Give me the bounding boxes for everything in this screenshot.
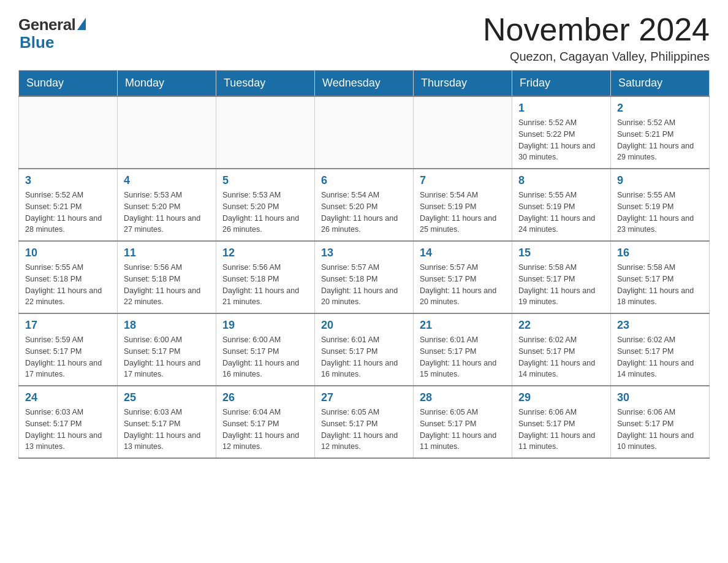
day-number: 21 bbox=[420, 319, 506, 332]
calendar-cell bbox=[118, 96, 216, 169]
day-number: 3 bbox=[25, 174, 111, 187]
day-info: Sunrise: 6:01 AM Sunset: 5:17 PM Dayligh… bbox=[321, 334, 407, 380]
calendar-cell: 17Sunrise: 5:59 AM Sunset: 5:17 PM Dayli… bbox=[19, 313, 118, 386]
calendar-cell: 24Sunrise: 6:03 AM Sunset: 5:17 PM Dayli… bbox=[19, 386, 118, 458]
calendar-cell: 16Sunrise: 5:58 AM Sunset: 5:17 PM Dayli… bbox=[611, 241, 710, 313]
day-info: Sunrise: 6:01 AM Sunset: 5:17 PM Dayligh… bbox=[420, 334, 506, 380]
day-info: Sunrise: 6:06 AM Sunset: 5:17 PM Dayligh… bbox=[617, 407, 703, 453]
day-number: 15 bbox=[518, 247, 604, 259]
day-info: Sunrise: 6:06 AM Sunset: 5:17 PM Dayligh… bbox=[518, 407, 604, 453]
day-info: Sunrise: 6:04 AM Sunset: 5:17 PM Dayligh… bbox=[222, 407, 308, 453]
day-number: 17 bbox=[25, 319, 111, 332]
calendar-cell: 7Sunrise: 5:54 AM Sunset: 5:19 PM Daylig… bbox=[414, 169, 512, 241]
calendar-cell: 27Sunrise: 6:05 AM Sunset: 5:17 PM Dayli… bbox=[315, 386, 414, 458]
calendar-cell: 28Sunrise: 6:05 AM Sunset: 5:17 PM Dayli… bbox=[414, 386, 512, 458]
logo: General Blue bbox=[18, 12, 86, 52]
day-info: Sunrise: 5:55 AM Sunset: 5:19 PM Dayligh… bbox=[518, 190, 604, 236]
calendar-cell: 9Sunrise: 5:55 AM Sunset: 5:19 PM Daylig… bbox=[611, 169, 710, 241]
day-info: Sunrise: 5:58 AM Sunset: 5:17 PM Dayligh… bbox=[617, 262, 703, 308]
day-info: Sunrise: 5:56 AM Sunset: 5:18 PM Dayligh… bbox=[124, 262, 210, 308]
day-number: 8 bbox=[518, 174, 604, 187]
day-number: 25 bbox=[124, 391, 210, 404]
calendar-cell: 2Sunrise: 5:52 AM Sunset: 5:21 PM Daylig… bbox=[611, 96, 710, 169]
logo-general-text: General bbox=[18, 15, 75, 34]
day-info: Sunrise: 6:03 AM Sunset: 5:17 PM Dayligh… bbox=[124, 407, 210, 453]
day-number: 14 bbox=[420, 247, 506, 259]
day-number: 20 bbox=[321, 319, 407, 332]
calendar-week-3: 10Sunrise: 5:55 AM Sunset: 5:18 PM Dayli… bbox=[19, 241, 710, 313]
day-number: 30 bbox=[617, 391, 703, 404]
weekday-header-wednesday: Wednesday bbox=[315, 71, 414, 97]
day-number: 11 bbox=[124, 247, 210, 259]
logo-triangle-icon bbox=[77, 18, 86, 30]
calendar-cell: 18Sunrise: 6:00 AM Sunset: 5:17 PM Dayli… bbox=[118, 313, 216, 386]
day-info: Sunrise: 5:52 AM Sunset: 5:22 PM Dayligh… bbox=[518, 117, 604, 163]
day-info: Sunrise: 5:59 AM Sunset: 5:17 PM Dayligh… bbox=[25, 334, 111, 380]
day-info: Sunrise: 5:54 AM Sunset: 5:20 PM Dayligh… bbox=[321, 190, 407, 236]
weekday-header-saturday: Saturday bbox=[611, 71, 710, 97]
calendar-cell: 23Sunrise: 6:02 AM Sunset: 5:17 PM Dayli… bbox=[611, 313, 710, 386]
day-info: Sunrise: 6:00 AM Sunset: 5:17 PM Dayligh… bbox=[124, 334, 210, 380]
day-number: 5 bbox=[222, 174, 308, 187]
calendar-cell: 30Sunrise: 6:06 AM Sunset: 5:17 PM Dayli… bbox=[611, 386, 710, 458]
month-title: November 2024 bbox=[483, 12, 710, 47]
location-title: Quezon, Cagayan Valley, Philippines bbox=[483, 50, 710, 64]
day-info: Sunrise: 5:57 AM Sunset: 5:17 PM Dayligh… bbox=[420, 262, 506, 308]
calendar-header-row: SundayMondayTuesdayWednesdayThursdayFrid… bbox=[19, 71, 710, 97]
calendar-cell: 22Sunrise: 6:02 AM Sunset: 5:17 PM Dayli… bbox=[512, 313, 611, 386]
weekday-header-sunday: Sunday bbox=[19, 71, 118, 97]
calendar-cell: 3Sunrise: 5:52 AM Sunset: 5:21 PM Daylig… bbox=[19, 169, 118, 241]
day-number: 29 bbox=[518, 391, 604, 404]
calendar-cell: 10Sunrise: 5:55 AM Sunset: 5:18 PM Dayli… bbox=[19, 241, 118, 313]
weekday-header-friday: Friday bbox=[512, 71, 611, 97]
calendar-cell: 19Sunrise: 6:00 AM Sunset: 5:17 PM Dayli… bbox=[216, 313, 315, 386]
calendar-cell bbox=[414, 96, 512, 169]
weekday-header-monday: Monday bbox=[118, 71, 216, 97]
calendar-table: SundayMondayTuesdayWednesdayThursdayFrid… bbox=[18, 70, 710, 459]
day-info: Sunrise: 6:05 AM Sunset: 5:17 PM Dayligh… bbox=[321, 407, 407, 453]
calendar-cell: 11Sunrise: 5:56 AM Sunset: 5:18 PM Dayli… bbox=[118, 241, 216, 313]
calendar-cell: 13Sunrise: 5:57 AM Sunset: 5:18 PM Dayli… bbox=[315, 241, 414, 313]
day-number: 4 bbox=[124, 174, 210, 187]
calendar-cell: 21Sunrise: 6:01 AM Sunset: 5:17 PM Dayli… bbox=[414, 313, 512, 386]
calendar-cell: 14Sunrise: 5:57 AM Sunset: 5:17 PM Dayli… bbox=[414, 241, 512, 313]
day-info: Sunrise: 6:00 AM Sunset: 5:17 PM Dayligh… bbox=[222, 334, 308, 380]
calendar-week-4: 17Sunrise: 5:59 AM Sunset: 5:17 PM Dayli… bbox=[19, 313, 710, 386]
day-info: Sunrise: 5:52 AM Sunset: 5:21 PM Dayligh… bbox=[25, 190, 111, 236]
calendar-cell: 20Sunrise: 6:01 AM Sunset: 5:17 PM Dayli… bbox=[315, 313, 414, 386]
day-number: 1 bbox=[518, 102, 604, 115]
logo-blue-text: Blue bbox=[20, 33, 54, 52]
calendar-week-5: 24Sunrise: 6:03 AM Sunset: 5:17 PM Dayli… bbox=[19, 386, 710, 458]
calendar-cell: 29Sunrise: 6:06 AM Sunset: 5:17 PM Dayli… bbox=[512, 386, 611, 458]
calendar-cell: 4Sunrise: 5:53 AM Sunset: 5:20 PM Daylig… bbox=[118, 169, 216, 241]
weekday-header-thursday: Thursday bbox=[414, 71, 512, 97]
day-info: Sunrise: 5:57 AM Sunset: 5:18 PM Dayligh… bbox=[321, 262, 407, 308]
calendar-cell: 26Sunrise: 6:04 AM Sunset: 5:17 PM Dayli… bbox=[216, 386, 315, 458]
day-info: Sunrise: 5:53 AM Sunset: 5:20 PM Dayligh… bbox=[124, 190, 210, 236]
day-info: Sunrise: 5:58 AM Sunset: 5:17 PM Dayligh… bbox=[518, 262, 604, 308]
calendar-cell: 5Sunrise: 5:53 AM Sunset: 5:20 PM Daylig… bbox=[216, 169, 315, 241]
day-info: Sunrise: 5:56 AM Sunset: 5:18 PM Dayligh… bbox=[222, 262, 308, 308]
day-number: 6 bbox=[321, 174, 407, 187]
calendar-cell: 15Sunrise: 5:58 AM Sunset: 5:17 PM Dayli… bbox=[512, 241, 611, 313]
day-number: 24 bbox=[25, 391, 111, 404]
day-number: 10 bbox=[25, 247, 111, 259]
calendar-week-1: 1Sunrise: 5:52 AM Sunset: 5:22 PM Daylig… bbox=[19, 96, 710, 169]
day-info: Sunrise: 6:05 AM Sunset: 5:17 PM Dayligh… bbox=[420, 407, 506, 453]
day-number: 9 bbox=[617, 174, 703, 187]
day-info: Sunrise: 5:55 AM Sunset: 5:19 PM Dayligh… bbox=[617, 190, 703, 236]
day-info: Sunrise: 6:03 AM Sunset: 5:17 PM Dayligh… bbox=[25, 407, 111, 453]
day-number: 18 bbox=[124, 319, 210, 332]
day-info: Sunrise: 5:53 AM Sunset: 5:20 PM Dayligh… bbox=[222, 190, 308, 236]
title-section: November 2024 Quezon, Cagayan Valley, Ph… bbox=[483, 12, 710, 64]
weekday-header-tuesday: Tuesday bbox=[216, 71, 315, 97]
calendar-cell bbox=[19, 96, 118, 169]
calendar-cell bbox=[315, 96, 414, 169]
calendar-cell: 8Sunrise: 5:55 AM Sunset: 5:19 PM Daylig… bbox=[512, 169, 611, 241]
day-number: 13 bbox=[321, 247, 407, 259]
calendar-cell: 12Sunrise: 5:56 AM Sunset: 5:18 PM Dayli… bbox=[216, 241, 315, 313]
day-number: 28 bbox=[420, 391, 506, 404]
page-header: General Blue November 2024 Quezon, Cagay… bbox=[18, 12, 710, 64]
day-info: Sunrise: 5:54 AM Sunset: 5:19 PM Dayligh… bbox=[420, 190, 506, 236]
calendar-cell bbox=[216, 96, 315, 169]
